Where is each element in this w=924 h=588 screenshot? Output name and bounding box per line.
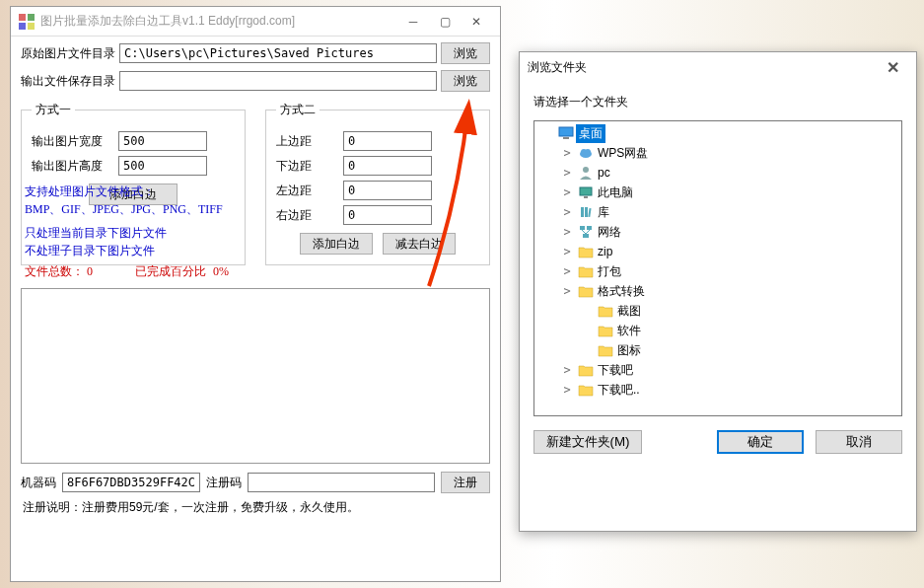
tree-item[interactable]: >下载吧: [534, 360, 901, 380]
tree-item[interactable]: >此电脑: [534, 183, 901, 202]
svg-rect-14: [588, 208, 591, 217]
folder-icon: [578, 362, 594, 378]
out-height-input[interactable]: [118, 156, 207, 176]
tree-expander-icon[interactable]: >: [558, 166, 576, 180]
out-dir-label: 输出文件保存目录: [21, 73, 115, 90]
tree-item[interactable]: >zip: [534, 242, 901, 261]
svg-rect-17: [583, 234, 589, 238]
tree-item[interactable]: >下载吧..: [534, 380, 901, 400]
tree-item[interactable]: >WPS网盘: [534, 143, 901, 163]
tree-item[interactable]: 软件: [534, 321, 901, 340]
tree-expander-icon[interactable]: >: [558, 245, 576, 258]
out-width-input[interactable]: [118, 131, 207, 151]
dialog-close-button[interactable]: ✕: [877, 55, 908, 79]
cloud-icon: [578, 145, 594, 161]
tree-expander-icon[interactable]: >: [558, 205, 576, 219]
main-title: 图片批量添加去除白边工具v1.1 Eddy[rrgod.com]: [40, 13, 397, 30]
log-listbox[interactable]: [21, 288, 490, 464]
top-margin-input[interactable]: [343, 131, 432, 151]
svg-rect-10: [580, 187, 592, 195]
folder-icon: [578, 263, 594, 279]
method2-remove-button[interactable]: 减去白边: [383, 233, 456, 255]
svg-rect-0: [19, 14, 26, 21]
dialog-title: 浏览文件夹: [528, 59, 877, 76]
close-button[interactable]: ✕: [461, 10, 492, 34]
progress-label: 已完成百分比: [135, 264, 206, 278]
right-margin-input[interactable]: [343, 205, 432, 225]
out-dir-input[interactable]: [119, 71, 437, 91]
svg-rect-15: [580, 226, 585, 230]
method2-title: 方式二: [276, 102, 320, 118]
tree-item-label: 软件: [615, 322, 643, 340]
svg-rect-5: [563, 137, 569, 139]
dialog-titlebar: 浏览文件夹 ✕: [520, 52, 916, 82]
out-browse-button[interactable]: 浏览: [441, 70, 490, 92]
machine-code-input[interactable]: [62, 473, 200, 492]
tree-expander-icon[interactable]: >: [558, 284, 576, 298]
left-margin-label: 左边距: [276, 183, 335, 199]
bottom-margin-label: 下边距: [276, 158, 335, 175]
tree-item[interactable]: 图标: [534, 340, 901, 360]
folder-icon: [578, 382, 594, 398]
svg-rect-2: [19, 23, 26, 30]
tree-expander-icon[interactable]: >: [558, 225, 576, 239]
register-button[interactable]: 注册: [441, 472, 490, 493]
reg-code-input[interactable]: [248, 473, 435, 492]
main-window: 图片批量添加去除白边工具v1.1 Eddy[rrgod.com] ─ ▢ ✕ 原…: [10, 6, 501, 582]
ok-button[interactable]: 确定: [717, 430, 804, 454]
user-icon: [578, 165, 594, 181]
tree-item-label: 下载吧..: [596, 381, 642, 400]
tree-expander-icon[interactable]: >: [558, 363, 576, 377]
left-margin-input[interactable]: [343, 181, 432, 200]
tree-expander-icon[interactable]: >: [558, 383, 576, 397]
src-dir-label: 原始图片文件目录: [21, 45, 115, 62]
tree-expander-icon[interactable]: >: [558, 146, 576, 160]
folder-icon: [598, 303, 613, 319]
method2-group: 方式二 上边距 下边距 左边距 右边距 添加白边 减去白边: [265, 102, 490, 265]
tree-item[interactable]: 截图: [534, 301, 901, 321]
reg-code-label: 注册码: [206, 475, 242, 491]
svg-point-8: [585, 149, 591, 155]
desktop-icon: [558, 125, 574, 141]
tree-expander-icon[interactable]: >: [558, 185, 576, 199]
tree-item[interactable]: >网络: [534, 222, 901, 242]
minimize-button[interactable]: ─: [397, 10, 429, 34]
new-folder-button[interactable]: 新建文件夹(M): [533, 430, 642, 454]
tree-item-label: pc: [596, 165, 612, 181]
method2-add-button[interactable]: 添加白边: [300, 233, 373, 255]
svg-rect-16: [587, 226, 592, 230]
net-icon: [578, 224, 594, 240]
tree-item-label: 库: [596, 203, 611, 222]
tree-expander-icon[interactable]: >: [558, 264, 576, 278]
tree-item-label: 此电脑: [596, 184, 635, 202]
tree-item-label: WPS网盘: [596, 144, 650, 163]
tree-item-label: 网络: [596, 223, 623, 242]
tree-item-label: 桌面: [576, 124, 605, 143]
src-browse-button[interactable]: 浏览: [441, 42, 490, 64]
tree-item[interactable]: >pc: [534, 163, 901, 183]
svg-rect-12: [581, 207, 584, 217]
tree-item-label: 打包: [596, 262, 623, 281]
maximize-button[interactable]: ▢: [429, 10, 461, 34]
tree-item-label: 图标: [615, 341, 643, 360]
folder-icon: [578, 244, 594, 259]
tree-item-label: zip: [596, 244, 614, 259]
file-count-value: 0: [87, 264, 93, 278]
folder-tree[interactable]: 桌面>WPS网盘>pc>此电脑>库>网络>zip>打包>格式转换截图软件图标>下…: [533, 120, 902, 416]
tree-item[interactable]: >库: [534, 202, 901, 222]
svg-rect-4: [559, 127, 573, 136]
method1-title: 方式一: [32, 102, 75, 118]
browse-folder-dialog: 浏览文件夹 ✕ 请选择一个文件夹 桌面>WPS网盘>pc>此电脑>库>网络>zi…: [519, 51, 917, 532]
folder-icon: [598, 342, 613, 358]
tree-item[interactable]: >打包: [534, 261, 901, 281]
main-titlebar: 图片批量添加去除白边工具v1.1 Eddy[rrgod.com] ─ ▢ ✕: [11, 7, 500, 37]
cancel-button[interactable]: 取消: [816, 430, 902, 454]
tree-item[interactable]: >格式转换: [534, 281, 901, 301]
tree-item-label: 截图: [615, 302, 643, 321]
app-icon: [19, 14, 35, 30]
tree-item[interactable]: 桌面: [534, 123, 901, 143]
machine-code-label: 机器码: [21, 475, 56, 491]
src-dir-input[interactable]: [119, 43, 437, 63]
bottom-margin-input[interactable]: [343, 156, 432, 176]
out-width-label: 输出图片宽度: [32, 133, 110, 150]
